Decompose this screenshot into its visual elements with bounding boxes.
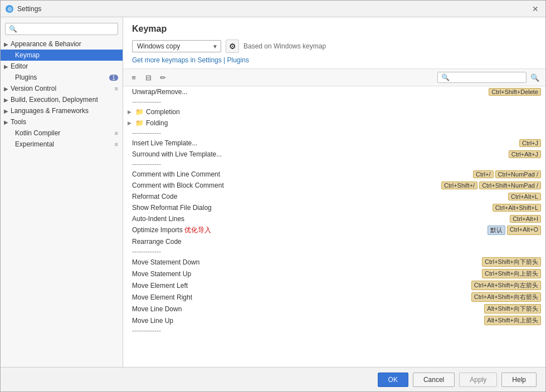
shortcut-tags: Ctrl+Alt+Shift+L xyxy=(493,204,541,212)
sidebar-item-languages[interactable]: ▶Languages & Frameworks xyxy=(1,105,123,116)
keymap-action-row[interactable]: Rearrange Code xyxy=(123,236,545,247)
shortcut-tag: Ctrl+Alt+I xyxy=(510,215,541,223)
sidebar-settings-icon: ≡ xyxy=(115,141,118,148)
keymap-action-row[interactable]: Surround with Live Template...Ctrl+Alt+J xyxy=(123,149,545,160)
keymap-search-input[interactable] xyxy=(437,72,526,83)
action-name: Comment with Block Comment xyxy=(132,182,441,189)
keymap-action-row[interactable]: Auto-Indent LinesCtrl+Alt+I xyxy=(123,213,545,224)
sidebar-item-label: Experimental xyxy=(15,140,54,148)
keymap-action-row[interactable]: Move Line DownAlt+Shift+向下箭头 xyxy=(123,303,545,315)
sidebar-item-appearance[interactable]: ▶Appearance & Behavior xyxy=(1,38,123,50)
footer: OK Cancel Apply Help xyxy=(1,367,545,391)
action-name: Move Element Left xyxy=(132,282,471,290)
keymap-action-row[interactable]: Reformat CodeCtrl+Alt+L xyxy=(123,191,545,202)
action-name: Optimize Imports 优化导入 xyxy=(132,226,488,235)
shortcut-tag: Ctrl+Shift+向下箭头 xyxy=(482,257,541,267)
folder-content: ▶📁Folding xyxy=(128,119,168,127)
shortcut-tags: Ctrl+Alt+Shift+向右箭头 xyxy=(471,292,541,302)
action-name: Rearrange Code xyxy=(132,238,541,246)
sidebar-item-plugins[interactable]: Plugins1 xyxy=(1,72,123,83)
keymap-action-row[interactable]: Show Reformat File DialogCtrl+Alt+Shift+… xyxy=(123,202,545,213)
sidebar-item-editor[interactable]: ▶Editor xyxy=(1,61,123,72)
action-name: Move Statement Down xyxy=(132,258,482,266)
edit-button[interactable]: ✏ xyxy=(157,71,169,84)
keymap-action-row[interactable]: Unwrap/Remove...Ctrl+Shift+Delete xyxy=(123,86,545,97)
sidebar-settings-icon: ≡ xyxy=(115,130,118,136)
shortcut-tag: 默认 xyxy=(488,226,505,235)
sidebar-item-label: Keymap xyxy=(15,51,40,59)
sidebar-arrow-icon: ▶ xyxy=(4,63,11,70)
sidebar-item-version-control[interactable]: ▶Version Control≡ xyxy=(1,83,123,94)
folder-icon: 📁 xyxy=(135,119,144,127)
shortcut-tag: Ctrl+Shift+/ xyxy=(441,182,477,189)
keymap-select[interactable]: Windows copy Default Mac OS X Eclipse xyxy=(132,40,221,52)
keymap-action-row[interactable]: Insert Live Template...Ctrl+J xyxy=(123,138,545,149)
keymap-action-row[interactable]: Comment with Block CommentCtrl+Shift+/Ct… xyxy=(123,180,545,191)
shortcut-tags: Ctrl+/Ctrl+NumPad / xyxy=(473,170,541,178)
gear-icon: ⚙ xyxy=(229,42,236,51)
keymap-plugins-link[interactable]: Get more keymaps in Settings | Plugins xyxy=(132,56,249,64)
gear-button[interactable]: ⚙ xyxy=(226,40,239,53)
action-name: Comment with Line Comment xyxy=(132,170,473,178)
separator: ------------- xyxy=(123,160,545,169)
title-bar-left: ⚙ Settings xyxy=(5,4,41,13)
app-icon: ⚙ xyxy=(5,4,14,13)
separator: ------------- xyxy=(123,326,545,335)
sidebar-arrow-icon: ▶ xyxy=(4,97,11,103)
shortcut-tag: Ctrl+Alt+L xyxy=(508,193,541,200)
folder-content: ▶📁Completion xyxy=(128,108,180,116)
sidebar-arrow-icon: ▶ xyxy=(4,108,11,114)
search-highlight-button[interactable]: 🔍 xyxy=(529,71,541,84)
sidebar-item-experimental[interactable]: Experimental≡ xyxy=(1,139,123,150)
sidebar-settings-icon: ≡ xyxy=(115,85,118,92)
close-button[interactable]: ✕ xyxy=(530,3,541,14)
keymap-link-row: Get more keymaps in Settings | Plugins xyxy=(132,56,537,64)
apply-button[interactable]: Apply xyxy=(459,373,497,387)
sidebar-item-label: Kotlin Compiler xyxy=(15,129,60,137)
keymap-action-row[interactable]: Move Statement DownCtrl+Shift+向下箭头 xyxy=(123,256,545,268)
keymap-action-row[interactable]: Move Element LeftCtrl+Alt+Shift+向左箭头 xyxy=(123,280,545,291)
keymap-action-row[interactable]: Move Element RightCtrl+Alt+Shift+向右箭头 xyxy=(123,291,545,303)
keymap-action-row[interactable]: Move Statement UpCtrl+Shift+向上箭头 xyxy=(123,268,545,280)
sidebar-item-keymap[interactable]: Keymap xyxy=(1,50,123,61)
window-title: Settings xyxy=(17,5,41,13)
ok-button[interactable]: OK xyxy=(378,373,408,387)
keymap-folder-row[interactable]: ▶📁Folding xyxy=(123,117,545,129)
sidebar-item-build[interactable]: ▶Build, Execution, Deployment xyxy=(1,94,123,105)
sidebar-arrow-icon: ▶ xyxy=(4,119,11,125)
keymap-selector-row: Windows copy Default Mac OS X Eclipse ▼ … xyxy=(132,40,537,53)
sidebar-item-label: Appearance & Behavior xyxy=(11,40,81,48)
keymap-action-row[interactable]: Optimize Imports 优化导入默认Ctrl+Alt+O xyxy=(123,224,545,236)
keymap-action-row[interactable]: Comment with Line CommentCtrl+/Ctrl+NumP… xyxy=(123,169,545,180)
sidebar-item-kotlin[interactable]: Kotlin Compiler≡ xyxy=(1,128,123,139)
sidebar-item-label: Plugins xyxy=(15,74,37,81)
shortcut-tag: Ctrl+Alt+Shift+向左箭头 xyxy=(471,281,541,290)
keymap-action-row[interactable]: Move Line UpAlt+Shift+向上箭头 xyxy=(123,315,545,326)
separator: ------------- xyxy=(123,247,545,256)
expand-all-button[interactable]: ≡ xyxy=(128,71,140,84)
edit-icon: ✏ xyxy=(160,74,166,82)
sidebar-item-tools[interactable]: ▶Tools xyxy=(1,116,123,128)
collapse-all-button[interactable]: ⊟ xyxy=(142,71,154,84)
help-button[interactable]: Help xyxy=(501,373,537,387)
shortcut-tags: 默认Ctrl+Alt+O xyxy=(488,226,541,235)
shortcut-tags: Ctrl+Alt+Shift+向左箭头 xyxy=(471,281,541,290)
toolbar-left: ≡ ⊟ ✏ xyxy=(128,71,169,84)
keymap-select-container: Windows copy Default Mac OS X Eclipse ▼ xyxy=(132,40,221,52)
action-name: Move Line Down xyxy=(132,305,484,313)
main-panel: Keymap Windows copy Default Mac OS X Ecl… xyxy=(123,17,545,367)
action-name: Move Statement Up xyxy=(132,270,482,278)
toolbar-search: 🔍 xyxy=(437,71,541,84)
sidebar-search-input[interactable] xyxy=(5,23,118,35)
based-on-label: Based on Windows keymap xyxy=(243,42,326,50)
action-name: Insert Live Template... xyxy=(132,139,519,147)
shortcut-tags: Ctrl+Alt+I xyxy=(510,215,541,223)
sidebar-item-label: Editor xyxy=(11,62,28,70)
svg-text:⚙: ⚙ xyxy=(7,6,12,12)
search-result-icon: 🔍 xyxy=(530,74,539,82)
cancel-button[interactable]: Cancel xyxy=(413,373,455,387)
keymap-folder-row[interactable]: ▶📁Completion xyxy=(123,106,545,117)
sidebar-item-label: Version Control xyxy=(11,85,56,92)
title-bar: ⚙ Settings ✕ xyxy=(1,1,545,17)
shortcut-tag: Ctrl+Alt+Shift+L xyxy=(493,204,541,212)
